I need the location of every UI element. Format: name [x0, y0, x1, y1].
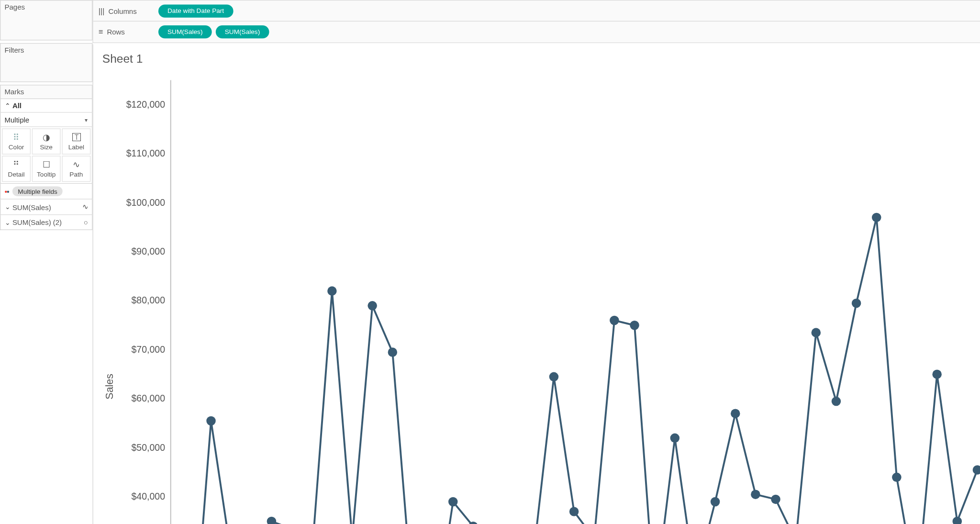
svg-text:Sales: Sales [104, 374, 115, 400]
data-point-29[interactable] [751, 490, 760, 499]
data-point-11[interactable] [388, 347, 398, 357]
svg-text:$90,000: $90,000 [132, 246, 166, 256]
svg-text:$70,000: $70,000 [132, 344, 166, 355]
color-legend-icon: •• [5, 187, 9, 196]
mark-type-selected: Multiple [5, 116, 30, 123]
columns-icon: ||| [99, 6, 105, 15]
data-point-5[interactable] [267, 517, 277, 524]
data-point-27[interactable] [711, 497, 720, 507]
measure-row-1[interactable]: ⌄ SUM(Sales) (2) ○ [0, 215, 92, 230]
label-icon: 🅃 [72, 132, 81, 142]
data-point-19[interactable] [549, 372, 559, 382]
marks-label-button[interactable]: 🅃 Label [62, 128, 90, 154]
mark-type-select[interactable]: Multiple ▾ [0, 113, 92, 127]
sheet-title: Sheet 1 [102, 52, 980, 66]
chevron-down-icon: ⌄ [5, 219, 10, 226]
pages-card[interactable]: Pages [0, 0, 92, 40]
data-point-30[interactable] [771, 495, 780, 504]
svg-text:$110,000: $110,000 [126, 148, 165, 158]
column-pill-0[interactable]: Date with Date Part [158, 4, 233, 17]
data-point-35[interactable] [872, 213, 881, 223]
data-point-22[interactable] [610, 316, 619, 325]
data-point-39[interactable] [953, 517, 962, 524]
marks-all-label: All [12, 101, 22, 109]
data-point-36[interactable] [892, 473, 902, 482]
pages-label: Pages [5, 3, 25, 11]
columns-label: Columns [109, 7, 137, 14]
marks-all-toggle[interactable]: ⌃ All [0, 99, 92, 113]
marks-size-button[interactable]: ◑ Size [32, 128, 61, 154]
data-point-23[interactable] [630, 321, 639, 330]
measure-row-0[interactable]: ⌄ SUM(Sales) ∿ [0, 200, 92, 215]
data-point-32[interactable] [812, 328, 821, 337]
chevron-down-icon: ⌄ [5, 203, 10, 211]
size-icon: ◑ [43, 132, 50, 142]
marks-path-button[interactable]: ∿ Path [62, 156, 90, 182]
data-point-20[interactable] [569, 507, 579, 516]
data-point-10[interactable] [368, 301, 377, 311]
svg-text:$80,000: $80,000 [132, 295, 166, 305]
row-pill-0[interactable]: SUM(Sales) [158, 25, 212, 38]
data-point-25[interactable] [670, 434, 680, 443]
data-point-8[interactable] [327, 286, 337, 296]
rows-label: Rows [107, 28, 124, 36]
filters-card[interactable]: Filters [0, 43, 92, 82]
data-point-40[interactable] [973, 465, 980, 475]
data-point-33[interactable] [832, 397, 841, 406]
sales-line-chart[interactable]: $0$0$10,000$10,000$20,000$20,000$30,000$… [100, 67, 980, 524]
data-point-34[interactable] [852, 299, 861, 308]
row-pill-1[interactable]: SUM(Sales) [216, 25, 269, 38]
data-point-38[interactable] [932, 369, 942, 379]
filters-label: Filters [5, 46, 24, 54]
svg-text:$60,000: $60,000 [132, 393, 166, 403]
marks-color-button[interactable]: ⠿ Color [2, 128, 31, 154]
data-point-2[interactable] [206, 416, 216, 426]
chevron-up-icon: ⌃ [5, 102, 10, 109]
columns-shelf[interactable]: ||| Columns Date with Date Part [93, 0, 980, 22]
line-shape-icon: ∿ [82, 203, 88, 212]
rows-icon: ≡ [99, 27, 103, 36]
path-icon: ∿ [73, 160, 80, 169]
svg-text:$50,000: $50,000 [132, 442, 166, 453]
circle-shape-icon: ○ [84, 218, 88, 226]
marks-tooltip-button[interactable]: ☐ Tooltip [32, 156, 61, 182]
svg-text:$40,000: $40,000 [132, 491, 166, 502]
tooltip-icon: ☐ [43, 160, 50, 169]
svg-text:$100,000: $100,000 [126, 197, 165, 208]
svg-text:$120,000: $120,000 [126, 99, 165, 110]
marks-card-header: Marks [0, 85, 92, 99]
marks-detail-button[interactable]: ⠛ Detail [2, 156, 31, 182]
rows-shelf[interactable]: ≡ Rows SUM(Sales)SUM(Sales) [93, 22, 980, 43]
marks-label: Marks [5, 88, 24, 96]
multiple-fields-pill: Multiple fields [12, 187, 62, 196]
detail-icon: ⠛ [13, 160, 20, 169]
data-point-28[interactable] [731, 409, 740, 418]
data-point-14[interactable] [448, 497, 458, 507]
marks-multiple-fields-row[interactable]: •• Multiple fields [0, 184, 92, 200]
chevron-down-icon: ▾ [85, 116, 88, 123]
color-icon: ⠿ [13, 132, 20, 142]
